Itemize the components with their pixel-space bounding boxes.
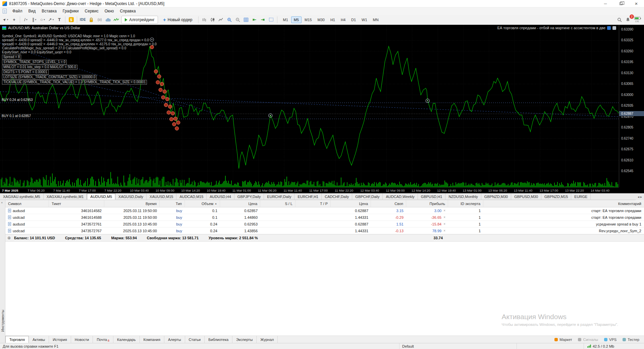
trade-marker-buy[interactable]	[168, 105, 172, 108]
chart-canvas[interactable]: AUDUSD,M5: Australian Dollar vs US Dolla…	[0, 25, 619, 187]
toolbox-tab[interactable]: История	[49, 336, 71, 343]
dock-right-button[interactable]: ⇥	[259, 16, 267, 24]
chart-tab[interactable]: GBPUSD,M30	[511, 193, 541, 200]
channel-tool-button[interactable]: ∥ ▾	[30, 16, 38, 24]
chart-tab[interactable]: AUDUSD,H4	[207, 193, 234, 200]
close-button[interactable]: ×	[629, 0, 644, 7]
chart-tab[interactable]: EURGE	[571, 193, 591, 200]
quotes-button[interactable]	[112, 16, 120, 24]
time-axis[interactable]: 7 Mar 20257 Mar 06:207 Mar 11:407 Mar 17…	[0, 187, 619, 193]
position-row[interactable]: usdcad 3461614588 2025.03.11 19:50:00 bu…	[5, 214, 644, 221]
toolbox-tab[interactable]: Активы	[29, 336, 49, 343]
toolbox-tab[interactable]: Библиотека	[205, 336, 232, 343]
column-header-comment[interactable]: Комментарий	[483, 200, 644, 207]
shapes-tool-button[interactable]: ○ ▾	[39, 16, 47, 24]
chart-tab[interactable]: XAGXAU.synthetic,M1	[44, 193, 87, 200]
trade-marker-buy[interactable]	[157, 74, 161, 78]
toolbox-tab[interactable]: Алерты	[164, 336, 185, 343]
line-chart-button[interactable]	[217, 16, 225, 24]
menu-item[interactable]: Справка	[117, 8, 139, 14]
chevron-right-icon[interactable]: ▸	[640, 195, 642, 199]
trade-marker-buy[interactable]	[172, 122, 176, 126]
trade-marker-buy[interactable]	[175, 127, 179, 130]
menu-item[interactable]: Вид	[25, 8, 39, 14]
trade-marker-buy[interactable]	[164, 103, 168, 107]
close-position-icon[interactable]: ×	[443, 215, 445, 219]
search-button[interactable]	[615, 16, 624, 24]
position-row[interactable]: usdcad 3473572767 2025.03.13 10:45:00 bu…	[5, 228, 644, 234]
trade-marker-buy[interactable]	[174, 117, 177, 120]
service-button[interactable]: Маркет	[552, 337, 575, 342]
timeframe-button[interactable]: M15	[302, 16, 314, 23]
timeframe-button[interactable]: W1	[359, 16, 370, 23]
chart-tab[interactable]: GBPCHF,Daily	[352, 193, 383, 200]
close-position-icon[interactable]: ×	[443, 209, 445, 212]
menu-item[interactable]: Графики	[60, 8, 82, 14]
column-header-expert-id[interactable]: ID экспер­та	[448, 200, 483, 207]
column-header-sl[interactable]: S / L	[260, 200, 296, 207]
trade-marker-buy[interactable]	[167, 111, 170, 114]
column-header-tp[interactable]: T / P	[296, 200, 331, 207]
column-header-price-current[interactable]: Цена	[331, 200, 371, 207]
trendline-tool-button[interactable]: / ▾	[22, 16, 30, 24]
dock-left-button[interactable]: ⇤	[251, 16, 259, 24]
chart-tab[interactable]: XAGXAU.synthetic,M5	[0, 193, 44, 200]
timeframe-button[interactable]: H4	[338, 16, 348, 23]
cloud-button[interactable]	[104, 16, 112, 24]
column-header-profit[interactable]: Прибыль	[406, 200, 448, 207]
position-row[interactable]: audusd 3473572761 2025.03.13 10:45:00 bu…	[5, 221, 644, 228]
chart-tab[interactable]: GBPJPY,Daily	[234, 193, 264, 200]
algo-trading-button[interactable]: Алготрейдинг	[121, 16, 158, 24]
trade-marker-buy[interactable]	[163, 90, 166, 93]
trade-marker-buy[interactable]	[159, 88, 162, 92]
timeframe-button[interactable]: M5	[291, 16, 302, 23]
ide-button[interactable]: IDE	[79, 16, 87, 24]
chart-tab[interactable]: GBPNZD,M30	[481, 193, 511, 200]
timeframe-button[interactable]: MN	[370, 16, 381, 23]
menu-item[interactable]: Окно	[102, 8, 117, 14]
chart-tab[interactable]: XAGUSD,Daily	[115, 193, 147, 200]
text-tool-button[interactable]: T	[55, 16, 63, 24]
payments-button[interactable]: $	[67, 16, 75, 24]
trade-marker-buy[interactable]	[171, 111, 175, 115]
chart-tab[interactable]: GBPNZD,M15	[541, 193, 571, 200]
toolbox-tab[interactable]: Торговля	[5, 336, 29, 343]
toolbox-tab[interactable]: Статьи	[185, 336, 205, 343]
toolbox-tab[interactable]: Компания	[140, 336, 164, 343]
service-button[interactable]: Тестер	[620, 337, 642, 342]
status-profile[interactable]: Default	[399, 343, 517, 349]
cursor-tool-button[interactable]: ➤ ▾	[2, 16, 10, 24]
toolbox-tab[interactable]: Эксперты	[232, 336, 257, 343]
chevron-left-icon[interactable]: ◂	[638, 195, 639, 199]
expand-icon[interactable]: ⊕	[7, 236, 11, 240]
timeframe-button[interactable]: H1	[328, 16, 338, 23]
column-header-price-open[interactable]: Цена	[220, 200, 260, 207]
timeframe-button[interactable]: M1	[280, 16, 291, 23]
chart-tab[interactable]: NZDUSD,Monthly	[445, 193, 481, 200]
column-header-symbol[interactable]: Символ	[5, 200, 49, 207]
arrows-tool-button[interactable]: ↗ ▾	[47, 16, 55, 24]
float-window-button[interactable]	[267, 16, 275, 24]
toolbox-tab[interactable]: Новости	[71, 336, 93, 343]
toolbox-tab[interactable]: Календарь	[113, 336, 140, 343]
chart-tab[interactable]: AUDCAD,Weekly	[383, 193, 418, 200]
menu-item[interactable]: Вставка	[39, 8, 60, 14]
service-button[interactable]: VPS	[601, 337, 619, 342]
position-row[interactable]: audusd 3461614582 2025.03.11 19:50:00 bu…	[5, 207, 644, 214]
service-button[interactable]: Сигналы	[575, 337, 601, 342]
new-order-button[interactable]: + Новый ордер	[160, 16, 196, 24]
column-header-ticket[interactable]: Тикет	[49, 200, 104, 207]
bars-chart-button[interactable]	[200, 16, 208, 24]
column-header-type[interactable]: Тип	[160, 200, 185, 207]
chart-tab[interactable]: CADCHF,Daily	[322, 193, 352, 200]
minimize-button[interactable]: ─	[598, 0, 613, 7]
crosshair-tool-button[interactable]: +	[10, 16, 18, 24]
grid-button[interactable]	[242, 16, 250, 24]
menu-item[interactable]: Сервис	[82, 8, 102, 14]
trade-marker-buy[interactable]	[160, 82, 164, 86]
close-position-icon[interactable]: ×	[443, 222, 445, 226]
restore-button[interactable]	[613, 0, 629, 7]
menu-item[interactable]: Файл	[9, 8, 25, 14]
trade-marker-buy[interactable]	[165, 97, 169, 101]
column-header-time[interactable]: Время	[104, 200, 160, 207]
